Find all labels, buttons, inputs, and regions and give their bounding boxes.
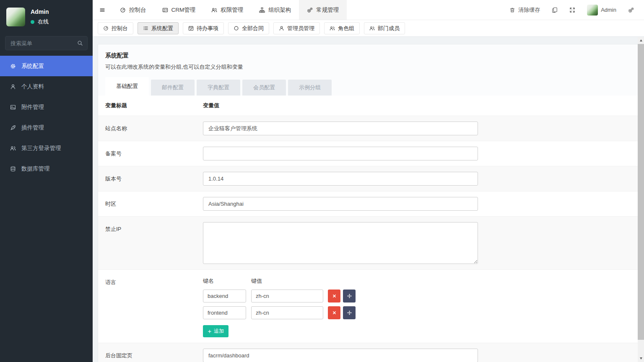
gauge-icon — [103, 26, 109, 31]
sidebar-item-0[interactable]: 系统配置 — [0, 56, 93, 76]
field-6-input[interactable] — [203, 349, 478, 362]
move-icon — [347, 294, 352, 298]
config-tab-2[interactable]: 字典配置 — [197, 80, 240, 96]
kv-value-input-1[interactable] — [251, 306, 323, 319]
topbar-actions: 清除缓存 Admin — [504, 0, 644, 20]
kv-pair-1 — [203, 306, 634, 319]
window-tab-label: 待办事项 — [197, 25, 218, 32]
list-icon — [143, 26, 148, 31]
config-tab-label: 基础配置 — [116, 83, 138, 90]
triangle-down-icon — [640, 357, 642, 359]
window-tab-0[interactable]: 控制台 — [98, 22, 133, 34]
field-2-input[interactable] — [203, 172, 478, 186]
form-row-0: 站点名称 — [98, 116, 641, 141]
field-label: 时区 — [105, 197, 203, 211]
window-tabs: 控制台 系统配置 待办事项 全部合同 管理员管理 角色组 部门成员 — [93, 20, 644, 37]
database-icon — [10, 166, 16, 172]
kv-value-header: 键值 — [251, 277, 262, 285]
kv-key-input-0[interactable] — [203, 290, 246, 303]
kv-move-button-1[interactable] — [343, 306, 356, 319]
kv-move-button-0[interactable] — [343, 290, 356, 303]
sidebar-item-3[interactable]: 插件管理 — [0, 117, 93, 138]
content-area: 系统配置 可以在此增改系统的变量和分组,也可以自定义分组和变量 基础配置 邮件配… — [93, 37, 644, 362]
topnav-item-4[interactable]: 常规管理 — [299, 0, 347, 20]
sidebar-user-panel: Admin 在线 — [0, 0, 93, 35]
config-tab-3[interactable]: 会员配置 — [242, 80, 286, 96]
config-tab-1[interactable]: 邮件配置 — [151, 80, 195, 96]
scroll-up-button[interactable] — [638, 37, 644, 44]
kv-delete-button-0[interactable] — [328, 290, 340, 303]
kv-delete-button-1[interactable] — [328, 306, 340, 319]
calcheck-icon — [188, 26, 194, 31]
docs-button[interactable] — [546, 0, 564, 20]
topnav-label: 控制台 — [129, 6, 146, 14]
user-avatar[interactable] — [6, 8, 25, 26]
sidebar-toggle-button[interactable] — [93, 0, 112, 20]
fullscreen-button[interactable] — [564, 0, 581, 20]
scroll-down-button[interactable] — [638, 355, 644, 362]
form-row-5: 语言 键名 键值 追加 — [98, 269, 641, 343]
window-tab-2[interactable]: 待办事项 — [183, 22, 224, 34]
delete-icon — [332, 310, 337, 315]
field-label: 禁止IP — [105, 222, 203, 264]
circle-icon — [234, 26, 239, 31]
vertical-scrollbar[interactable] — [638, 37, 644, 362]
gears-icon — [628, 7, 634, 13]
settings-button[interactable] — [622, 0, 640, 20]
topnav-label: 常规管理 — [316, 6, 339, 14]
topnav-label: 组织架构 — [268, 6, 291, 14]
sidebar-item-5[interactable]: 数据库管理 — [0, 158, 93, 179]
topnav-item-3[interactable]: 组织架构 — [251, 0, 299, 20]
window-tab-1[interactable]: 系统配置 — [138, 22, 179, 34]
topbar-nav: 控制台 CRM管理 权限管理 组织架构 常规管理 — [112, 0, 347, 20]
config-tab-label: 邮件配置 — [162, 84, 184, 91]
form-row-1: 备案号 — [98, 141, 641, 166]
col-title: 变量标题 — [105, 102, 203, 109]
window-tab-4[interactable]: 管理员管理 — [273, 22, 320, 34]
config-panel: 系统配置 可以在此增改系统的变量和分组,也可以自定义分组和变量 基础配置 邮件配… — [98, 44, 641, 362]
user-status: 在线 — [31, 18, 49, 26]
user-menu-button[interactable]: Admin — [581, 0, 622, 20]
col-value: 变量值 — [203, 102, 219, 109]
topnav-label: CRM管理 — [171, 6, 196, 14]
search-icon[interactable] — [77, 40, 83, 46]
sidebar-item-label: 插件管理 — [21, 124, 44, 132]
window-tab-label: 全部合同 — [242, 25, 264, 32]
sidebar-item-label: 数据库管理 — [21, 165, 50, 173]
clear-cache-button[interactable]: 清除缓存 — [504, 0, 546, 20]
sidebar: Admin 在线 系统配置 个人资料 附件管理 插件管理 第三方登录管理 数据库… — [0, 0, 93, 362]
form-row-6: 后台固定页 — [98, 343, 641, 362]
sidebar-item-2[interactable]: 附件管理 — [0, 97, 93, 117]
append-label: 追加 — [214, 328, 224, 335]
field-0-input[interactable] — [203, 122, 478, 135]
config-tab-0[interactable]: 基础配置 — [105, 77, 149, 96]
topnav-item-1[interactable]: CRM管理 — [154, 0, 204, 20]
window-tab-label: 管理员管理 — [287, 25, 314, 32]
kv-value-input-0[interactable] — [251, 290, 323, 303]
append-button[interactable]: 追加 — [203, 325, 229, 337]
scrollbar-thumb[interactable] — [638, 44, 644, 340]
rocket-icon — [10, 125, 16, 131]
field-3-input[interactable] — [203, 197, 478, 211]
page-title: 系统配置 — [105, 52, 641, 59]
window-tab-label: 角色组 — [338, 25, 354, 32]
field-label: 语言 — [105, 275, 203, 337]
kv-headers: 键名 键值 — [203, 275, 478, 290]
page-subtitle: 可以在此增改系统的变量和分组,也可以自定义分组和变量 — [105, 63, 641, 71]
window-tab-5[interactable]: 角色组 — [324, 22, 360, 34]
topnav-item-2[interactable]: 权限管理 — [203, 0, 251, 20]
delete-icon — [332, 294, 337, 298]
gear-icon — [10, 63, 16, 69]
gauge-icon — [120, 7, 126, 13]
kv-key-input-1[interactable] — [203, 306, 246, 319]
field-1-input[interactable] — [203, 147, 478, 160]
window-tab-3[interactable]: 全部合同 — [228, 22, 269, 34]
kv-key-header: 键名 — [203, 277, 251, 285]
sidebar-item-4[interactable]: 第三方登录管理 — [0, 138, 93, 158]
window-tab-6[interactable]: 部门成员 — [364, 22, 405, 34]
field-4-textarea[interactable] — [203, 222, 478, 264]
sidebar-item-1[interactable]: 个人资料 — [0, 76, 93, 97]
topnav-item-0[interactable]: 控制台 — [112, 0, 154, 20]
search-input[interactable] — [5, 36, 88, 50]
config-tab-4[interactable]: 示例分组 — [288, 80, 332, 96]
